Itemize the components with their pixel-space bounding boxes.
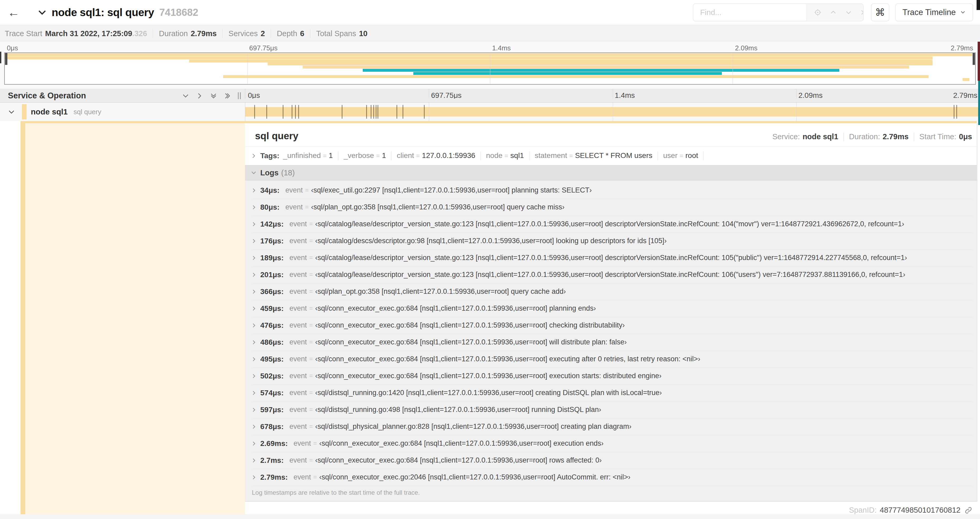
keyboard-shortcuts-button[interactable]: ⌘ bbox=[871, 3, 889, 21]
logs-label: Logs bbox=[260, 169, 278, 177]
log-marker-tick bbox=[402, 105, 403, 119]
log-entry-row[interactable]: 366μs: event = ‹sql/plan_opt.go:358 [nsq… bbox=[251, 283, 973, 300]
span-service-name[interactable]: node sql1 bbox=[31, 107, 68, 116]
equals-sign: = bbox=[680, 152, 683, 160]
service-value: node sql1 bbox=[802, 133, 838, 141]
services-value: 2 bbox=[261, 29, 265, 38]
find-prev-icon[interactable] bbox=[830, 9, 837, 16]
tag-value: 127.0.0.1:59936 bbox=[422, 152, 475, 160]
span-row[interactable]: node sql1 sql query bbox=[0, 102, 980, 121]
minimap-left-scrubber[interactable] bbox=[5, 53, 7, 65]
trace-view-selector[interactable]: Trace Timeline bbox=[895, 3, 973, 21]
log-timestamp: 366μs: bbox=[260, 287, 284, 296]
equals-sign: = bbox=[376, 152, 380, 160]
log-entry-row[interactable]: 2.79ms: event = ‹sql/conn_executor_exec.… bbox=[251, 469, 973, 486]
trace-view-selector-label: Trace Timeline bbox=[902, 8, 956, 17]
log-marker-tick bbox=[377, 105, 378, 119]
ruler-tick-label: 0μs bbox=[4, 44, 18, 52]
log-event-value: ‹sql/exec_util.go:2297 [nsql1,client=127… bbox=[311, 186, 592, 194]
minimap-canvas[interactable] bbox=[4, 53, 976, 85]
log-entry-row[interactable]: 142μs: event = ‹sql/catalog/lease/descri… bbox=[251, 216, 973, 233]
find-group bbox=[693, 3, 864, 21]
log-entry-row[interactable]: 2.69ms: event = ‹sql/conn_executor_exec.… bbox=[251, 435, 973, 452]
log-event-value: ‹sql/distsql_physical_planner.go:828 [ns… bbox=[315, 423, 632, 431]
log-event-value: ‹sql/conn_executor_exec.go:684 [nsql1,cl… bbox=[315, 372, 662, 380]
duration-value: 2.79ms bbox=[191, 29, 216, 38]
tag-value: 1 bbox=[329, 152, 333, 160]
log-event-value: ‹sql/catalog/lease/descriptor_version_st… bbox=[315, 254, 907, 262]
find-next-icon[interactable] bbox=[845, 9, 852, 16]
log-entry-row[interactable]: 176μs: event = ‹sql/catalog/descs/descri… bbox=[251, 233, 973, 249]
tags-accordion[interactable]: Tags: _unfinished = 1 _verbose bbox=[245, 147, 977, 165]
chevron-right-icon bbox=[251, 272, 256, 278]
duration-value: 2.79ms bbox=[883, 133, 908, 141]
span-id-label: SpanID: bbox=[849, 506, 877, 514]
column-resizer-handle[interactable] bbox=[238, 92, 241, 99]
log-entry-row[interactable]: 495μs: event = ‹sql/conn_executor_exec.g… bbox=[251, 351, 973, 367]
logs-footer-note: Log timestamps are relative to the start… bbox=[245, 486, 977, 501]
log-entry-row[interactable]: 502μs: event = ‹sql/conn_executor_exec.g… bbox=[251, 367, 973, 385]
edge-artifact-black bbox=[977, 0, 980, 10]
minimap-gridline bbox=[247, 53, 248, 84]
log-entry-row[interactable]: 34μs: event = ‹sql/exec_util.go:2297 [ns… bbox=[251, 182, 973, 199]
collapse-one-level-icon[interactable] bbox=[196, 92, 203, 99]
tag-key: client bbox=[397, 152, 414, 160]
tag-item: _unfinished = 1 bbox=[283, 152, 344, 160]
log-marker-tick bbox=[342, 105, 342, 119]
equals-sign: = bbox=[309, 237, 313, 244]
log-timestamp: 476μs: bbox=[260, 321, 284, 330]
span-color-bar bbox=[22, 104, 27, 120]
edge-artifact-maroon bbox=[978, 42, 980, 81]
clear-find-icon[interactable] bbox=[860, 9, 864, 16]
log-entry-row[interactable]: 678μs: event = ‹sql/distsql_physical_pla… bbox=[251, 418, 973, 435]
log-entry-row[interactable]: 459μs: event = ‹sql/conn_executor_exec.g… bbox=[251, 300, 973, 317]
back-button[interactable]: ← bbox=[5, 4, 22, 21]
locate-icon[interactable] bbox=[814, 8, 822, 16]
log-entry-row[interactable]: 80μs: event = ‹sql/plan_opt.go:358 [nsql… bbox=[251, 199, 973, 216]
chevron-down-icon bbox=[960, 8, 966, 17]
log-entry-row[interactable]: 2.7ms: event = ‹sql/conn_executor_exec.g… bbox=[251, 452, 973, 469]
tag-value: SELECT * FROM users bbox=[575, 152, 652, 160]
log-entry-row[interactable]: 597μs: event = ‹sql/distsql_running.go:4… bbox=[251, 401, 973, 418]
collapse-trace-chevron-icon[interactable] bbox=[37, 8, 47, 17]
log-entry-row[interactable]: 574μs: event = ‹sql/distsql_running.go:1… bbox=[251, 385, 973, 401]
log-entry-row[interactable]: 486μs: event = ‹sql/conn_executor_exec.g… bbox=[251, 334, 973, 351]
find-input[interactable] bbox=[694, 4, 807, 21]
ruler-tick-label: 2.09ms bbox=[733, 44, 757, 52]
collapse-all-icon[interactable] bbox=[224, 92, 231, 99]
log-marker-tick bbox=[295, 105, 296, 119]
chevron-right-icon bbox=[251, 306, 256, 311]
collapse-children-chevron-icon[interactable] bbox=[8, 109, 15, 115]
bottom-strip bbox=[0, 514, 980, 519]
equals-sign: = bbox=[309, 389, 313, 396]
log-entry-row[interactable]: 189μs: event = ‹sql/catalog/lease/descri… bbox=[251, 249, 973, 267]
tag-item: node = sql1 bbox=[486, 152, 535, 160]
start-time-value: 0μs bbox=[959, 133, 972, 141]
chevron-right-icon bbox=[251, 222, 256, 227]
log-entry-row[interactable]: 201μs: event = ‹sql/catalog/lease/descri… bbox=[251, 267, 973, 283]
logs-accordion-header[interactable]: Logs (18) bbox=[245, 165, 977, 180]
trace-start-fraction: .326 bbox=[132, 29, 147, 38]
timeline-header-row: Service & Operation 0μs697.75μs1.4ms2.09… bbox=[0, 89, 980, 102]
log-timestamp: 502μs: bbox=[260, 372, 284, 380]
log-timestamp: 2.7ms: bbox=[260, 456, 284, 465]
expand-one-level-icon[interactable] bbox=[182, 92, 189, 99]
deep-link-icon[interactable] bbox=[964, 506, 973, 514]
log-entry-row[interactable]: 476μs: event = ‹sql/conn_executor_exec.g… bbox=[251, 317, 973, 334]
tags-label: Tags: bbox=[260, 152, 280, 160]
minimap-span-bar bbox=[223, 75, 929, 78]
log-marker-tick bbox=[298, 105, 299, 119]
ruler-tick-label: 2.79ms bbox=[951, 44, 976, 52]
log-event-value: ‹sql/conn_executor_exec.go:2046 [nsql1,c… bbox=[319, 473, 630, 481]
span-operation-name[interactable]: sql query bbox=[73, 108, 102, 116]
minimap-right-scrubber[interactable] bbox=[973, 53, 975, 65]
trace-stats-bar: Trace Start March 31 2022, 17:25:09 .326… bbox=[0, 25, 980, 42]
expand-all-icon[interactable] bbox=[210, 92, 217, 99]
log-field-name: event bbox=[290, 355, 307, 363]
tag-item: client = 127.0.0.1:59936 bbox=[397, 152, 486, 160]
equals-sign: = bbox=[309, 288, 313, 295]
ruler-tick-label: 2.09ms bbox=[796, 91, 823, 99]
span-timeline-cell[interactable] bbox=[245, 102, 980, 121]
tag-item: _verbose = 1 bbox=[344, 152, 397, 160]
log-marker-tick bbox=[254, 105, 255, 119]
